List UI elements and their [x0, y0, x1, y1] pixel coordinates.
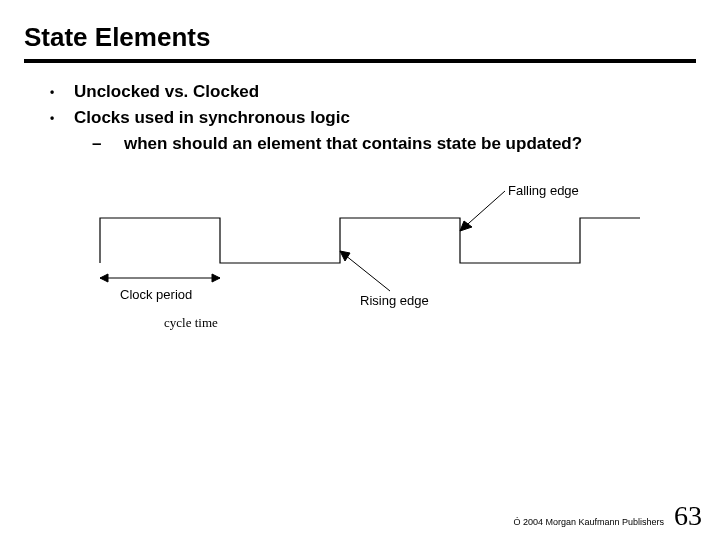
rising-edge-label: Rising edge — [360, 293, 429, 308]
svg-marker-1 — [100, 274, 108, 282]
copyright-text: Ó 2004 Morgan Kaufmann Publishers — [513, 517, 664, 527]
bullet-text: Unclocked vs. Clocked — [74, 82, 259, 101]
sub-bullet-item: when should an element that contains sta… — [92, 133, 696, 155]
slide-footer: Ó 2004 Morgan Kaufmann Publishers 63 — [513, 500, 702, 532]
bullet-list: Unclocked vs. Clocked Clocks used in syn… — [24, 81, 696, 155]
sub-bullet-list: when should an element that contains sta… — [74, 133, 696, 155]
svg-marker-2 — [212, 274, 220, 282]
bullet-text: Clocks used in synchronous logic — [74, 108, 350, 127]
falling-edge-label: Falling edge — [508, 183, 579, 198]
bullet-item: Unclocked vs. Clocked — [50, 81, 696, 103]
clock-diagram: Clock period Rising edge Falling edge cy… — [24, 183, 696, 331]
bullet-item: Clocks used in synchronous logic when sh… — [50, 107, 696, 155]
sub-bullet-text: when should an element that contains sta… — [124, 134, 582, 153]
title-rule — [24, 59, 696, 63]
svg-marker-4 — [340, 251, 350, 261]
page-number: 63 — [674, 500, 702, 532]
clock-period-label: Clock period — [120, 287, 192, 302]
page-title: State Elements — [24, 22, 696, 53]
cycle-time-label: cycle time — [164, 315, 696, 331]
